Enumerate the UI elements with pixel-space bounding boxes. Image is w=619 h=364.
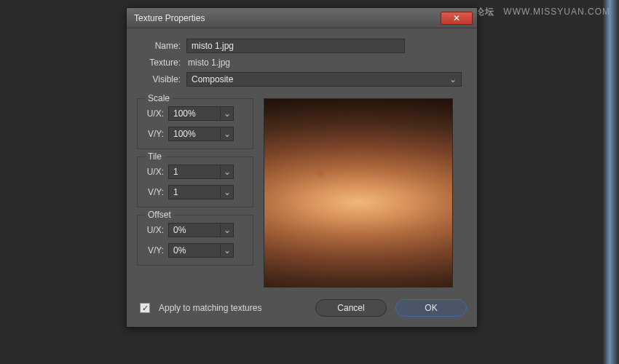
dialog-title: Texture Properties (134, 13, 441, 23)
texture-value: misto 1.jpg (186, 58, 230, 68)
chevron-down-icon: ⌄ (224, 167, 231, 177)
apply-checkbox[interactable]: ✓ (140, 303, 150, 313)
scale-group: Scale U/X: ⌄ V/Y: ⌄ (137, 98, 253, 149)
close-button[interactable]: ✕ (441, 12, 473, 25)
tile-ux-dropdown[interactable]: ⌄ (221, 165, 234, 179)
close-icon: ✕ (453, 13, 460, 23)
texture-label: Texture: (137, 58, 186, 68)
ok-button[interactable]: OK (395, 299, 467, 317)
scale-ux-input[interactable] (168, 106, 221, 121)
offset-group: Offset U/X: ⌄ V/Y: ⌄ (137, 215, 253, 266)
apply-label: Apply to matching textures (159, 303, 307, 313)
chevron-down-icon: ⌄ (224, 225, 231, 235)
scale-vy-label: V/Y: (143, 129, 168, 139)
right-gutter (485, 0, 619, 364)
dialog-body: Name: Texture: misto 1.jpg Visible: Comp… (127, 28, 477, 327)
mid-section: Scale U/X: ⌄ V/Y: ⌄ Tile U/X: (137, 98, 467, 288)
offset-ux-row: U/X: ⌄ (143, 223, 247, 237)
visible-select[interactable]: Composite ⌄ (186, 72, 462, 87)
tile-ux-label: U/X: (143, 167, 168, 177)
name-label: Name: (137, 41, 186, 51)
groups-column: Scale U/X: ⌄ V/Y: ⌄ Tile U/X: (137, 98, 253, 288)
chevron-down-icon: ⌄ (224, 187, 231, 197)
tile-group: Tile U/X: ⌄ V/Y: ⌄ (137, 157, 253, 207)
chevron-down-icon: ⌄ (224, 129, 231, 139)
cancel-button[interactable]: Cancel (315, 299, 387, 317)
offset-vy-row: V/Y: ⌄ (143, 243, 247, 258)
tile-vy-label: V/Y: (143, 187, 168, 197)
visible-value: Composite (192, 74, 233, 84)
visible-label: Visible: (137, 74, 186, 84)
scale-ux-row: U/X: ⌄ (143, 106, 247, 121)
chevron-down-icon: ⌄ (224, 245, 231, 256)
tile-vy-row: V/Y: ⌄ (143, 185, 247, 199)
offset-ux-label: U/X: (143, 225, 168, 235)
texture-properties-dialog: Texture Properties ✕ Name: Texture: mist… (126, 7, 478, 328)
tile-ux-input[interactable] (168, 165, 221, 179)
scale-vy-dropdown[interactable]: ⌄ (221, 127, 234, 141)
offset-legend: Offset (145, 210, 174, 220)
offset-vy-dropdown[interactable]: ⌄ (221, 243, 234, 258)
scale-legend: Scale (145, 93, 173, 103)
top-fields: Name: Texture: misto 1.jpg Visible: Comp… (137, 36, 467, 98)
tile-ux-row: U/X: ⌄ (143, 165, 247, 179)
offset-vy-label: V/Y: (143, 245, 168, 256)
scale-ux-dropdown[interactable]: ⌄ (221, 106, 234, 121)
offset-vy-input[interactable] (168, 243, 221, 258)
scale-ux-label: U/X: (143, 108, 168, 119)
tile-legend: Tile (145, 151, 165, 162)
chevron-down-icon: ⌄ (449, 74, 457, 84)
tile-vy-dropdown[interactable]: ⌄ (221, 185, 234, 199)
offset-ux-dropdown[interactable]: ⌄ (221, 223, 234, 237)
scale-vy-input[interactable] (168, 127, 221, 141)
chevron-down-icon: ⌄ (224, 108, 231, 119)
name-input[interactable] (186, 39, 405, 53)
row-visible: Visible: Composite ⌄ (137, 72, 467, 87)
row-name: Name: (137, 39, 467, 53)
texture-preview (264, 98, 453, 288)
offset-ux-input[interactable] (168, 223, 221, 237)
titlebar[interactable]: Texture Properties ✕ (127, 8, 477, 28)
row-texture: Texture: misto 1.jpg (137, 58, 467, 68)
scale-vy-row: V/Y: ⌄ (143, 127, 247, 141)
tile-vy-input[interactable] (168, 185, 221, 199)
watermark-url: WWW.MISSYUAN.COM (503, 7, 610, 17)
footer: ✓ Apply to matching textures Cancel OK (137, 299, 467, 317)
